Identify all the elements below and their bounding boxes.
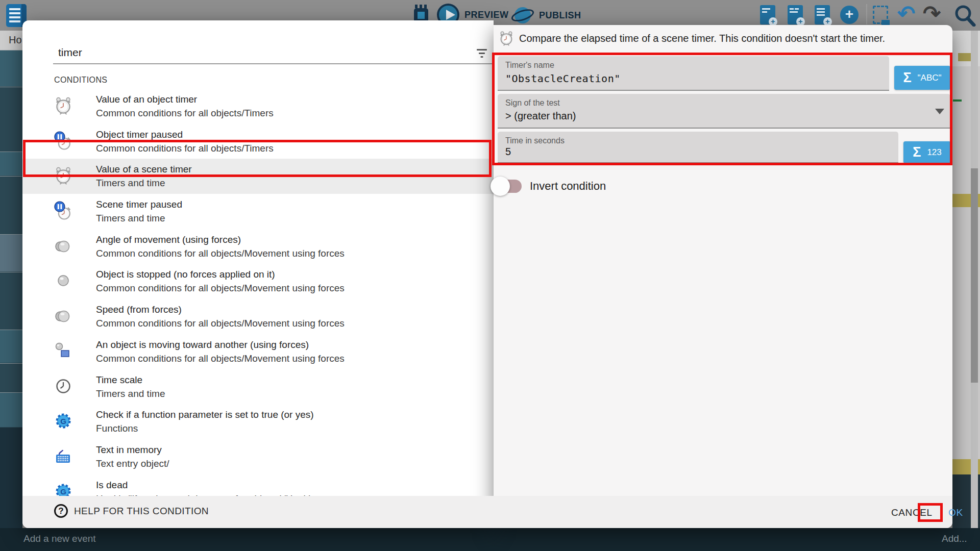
condition-title: Check if a function parameter is set to …: [96, 408, 314, 421]
preview-label: PREVIEW: [464, 10, 509, 20]
gdevelop-window: PREVIEW PUBLISH + + + + ↶ ↷ Ho: [0, 0, 980, 551]
condition-list-item[interactable]: Object timer paused Common conditions fo…: [22, 124, 494, 159]
abc-button-label: "ABC": [918, 73, 942, 83]
svg-text:G: G: [60, 417, 66, 425]
condition-subtitle: Common conditions for all objects/Moveme…: [96, 246, 345, 260]
filter-icon[interactable]: [476, 49, 487, 58]
add-event-icon[interactable]: +: [760, 5, 775, 24]
sign-of-test-label: Sign of the test: [505, 98, 560, 108]
events-scrollbar-thumb[interactable]: [971, 168, 978, 383]
add-subevent-icon[interactable]: +: [788, 5, 803, 24]
conditions-section-header: CONDITIONS: [54, 76, 107, 85]
force-double-icon: [54, 306, 72, 326]
search-input[interactable]: timer: [58, 46, 82, 59]
question-mark-icon: ?: [54, 504, 68, 518]
condition-subtitle: Common conditions for all objects/Timers: [96, 106, 274, 120]
help-label: HELP FOR THIS CONDITION: [74, 506, 209, 517]
publish-button[interactable]: PUBLISH: [511, 5, 581, 26]
time-in-seconds-field[interactable]: Time in seconds 5: [498, 132, 898, 163]
condition-title: Object is stopped (no forces applied on …: [96, 267, 345, 281]
sigma-icon: Σ: [913, 144, 921, 160]
scene-timer-icon: [499, 30, 514, 47]
condition-subtitle: Timers and time: [96, 387, 165, 400]
condition-subtitle: Timers and time: [96, 176, 192, 190]
timer-name-label: Timer's name: [505, 61, 554, 70]
chevron-down-icon[interactable]: [935, 109, 944, 114]
timer-paused-icon: [54, 201, 72, 221]
condition-subtitle: Text entry object/: [96, 457, 169, 470]
force-double-icon: [54, 236, 72, 256]
timer-paused-icon: [54, 131, 72, 151]
condition-subtitle: Timers and time: [96, 211, 182, 225]
events-sheet-right-edge: [952, 31, 980, 528]
condition-list-item[interactable]: Value of a scene timer Timers and time: [22, 159, 494, 194]
condition-list-item[interactable]: Speed (from forces) Common conditions fo…: [22, 299, 494, 334]
paste-icon[interactable]: [873, 6, 888, 24]
home-tab[interactable]: Ho: [9, 34, 22, 46]
sign-of-test-select[interactable]: Sign of the test > (greater than): [498, 94, 950, 129]
undo-icon[interactable]: ↶: [897, 1, 915, 26]
condition-title: Angle of movement (using forces): [96, 233, 345, 246]
timer-name-field[interactable]: Timer's name "ObstacleCreation": [498, 56, 889, 91]
condition-list-item[interactable]: Angle of movement (using forces) Common …: [22, 229, 494, 264]
events-sheet-left-edge: Ho: [0, 31, 22, 528]
cancel-button[interactable]: CANCEL: [886, 505, 938, 520]
dialog-footer: ? HELP FOR THIS CONDITION CANCEL OK: [22, 496, 952, 528]
condition-subtitle: Common conditions for all objects/Timers: [96, 141, 274, 155]
publish-planet-icon: [511, 5, 534, 26]
instruction-picker-panel: timer ✕ CONDITIONS Value of an object ti…: [22, 20, 494, 528]
number-expression-button[interactable]: Σ 123: [903, 141, 951, 163]
search-underline: [53, 63, 507, 64]
condition-list-item[interactable]: Object is stopped (no forces applied on …: [22, 264, 494, 299]
condition-title: Scene timer paused: [96, 197, 182, 211]
force-single-icon: [54, 270, 72, 291]
events-sheet-bottom: Add a new event Add...: [0, 528, 980, 551]
sign-of-test-value[interactable]: > (greater than): [505, 110, 576, 122]
condition-list-item[interactable]: Scene timer paused Timers and time: [22, 194, 494, 229]
condition-list-item[interactable]: Value of an object timer Common conditio…: [22, 89, 494, 124]
condition-title: Speed (from forces): [96, 303, 345, 316]
invert-condition-label: Invert condition: [530, 180, 606, 193]
condition-list-item[interactable]: An object is moving toward another (usin…: [22, 334, 494, 369]
redo-icon[interactable]: ↷: [923, 1, 941, 26]
condition-title: Value of an object timer: [96, 92, 274, 106]
condition-list-item[interactable]: G Check if a function parameter is set t…: [22, 404, 494, 439]
condition-subtitle: Functions: [96, 421, 314, 435]
svg-text:G: G: [60, 487, 66, 495]
condition-title: Text in memory: [96, 443, 169, 457]
num-button-label: 123: [927, 147, 941, 158]
condition-subtitle: Common conditions for all objects/Moveme…: [96, 281, 345, 295]
gdevelop-gear-icon: G: [54, 411, 72, 431]
condition-subtitle: Common conditions for all objects/Moveme…: [96, 316, 345, 330]
object-timer-icon: [54, 95, 72, 116]
time-in-seconds-value[interactable]: 5: [505, 146, 511, 158]
clock-icon: [54, 376, 72, 396]
condition-title: Time scale: [96, 373, 165, 387]
string-expression-button[interactable]: Σ "ABC": [894, 66, 950, 90]
time-in-seconds-label: Time in seconds: [505, 136, 565, 145]
condition-list-item[interactable]: Text in memory Text entry object/: [22, 439, 494, 474]
condition-subtitle: Common conditions for all objects/Moveme…: [96, 352, 345, 365]
scene-timer-icon: [54, 165, 72, 186]
condition-list-item[interactable]: Time scale Timers and time: [22, 369, 494, 405]
condition-title: Value of a scene timer: [96, 162, 192, 176]
help-button[interactable]: ? HELP FOR THIS CONDITION: [54, 504, 209, 518]
condition-description: Compare the elapsed time of a scene time…: [519, 33, 885, 44]
force-toward-icon: [54, 341, 72, 361]
keyboard-icon: [54, 446, 72, 466]
publish-label: PUBLISH: [539, 10, 581, 21]
add-other-icon[interactable]: +: [840, 6, 859, 24]
sigma-icon: Σ: [903, 70, 911, 86]
search-toolbar-icon[interactable]: [953, 4, 976, 27]
timer-name-value[interactable]: "ObstacleCreation": [505, 72, 621, 85]
add-more-link[interactable]: Add...: [942, 533, 967, 544]
condition-title: Object timer paused: [96, 128, 274, 141]
ok-button[interactable]: OK: [944, 505, 967, 520]
conditions-list: Value of an object timer Common conditio…: [22, 89, 494, 509]
add-new-event-link[interactable]: Add a new event: [23, 533, 96, 544]
add-comment-icon[interactable]: +: [815, 5, 830, 24]
condition-title: Is dead: [96, 478, 314, 492]
condition-title: An object is moving toward another (usin…: [96, 338, 345, 352]
invert-condition-toggle[interactable]: [494, 180, 522, 193]
